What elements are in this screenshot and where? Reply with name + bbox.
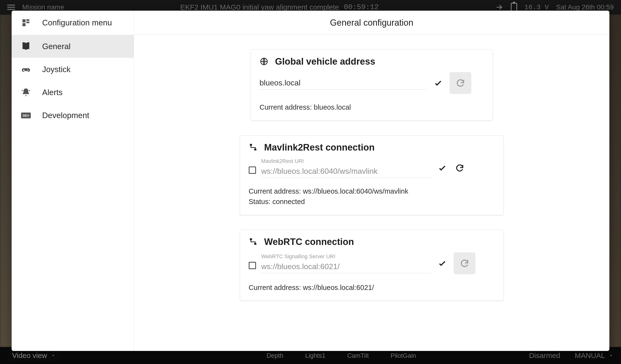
svg-point-5 bbox=[28, 70, 29, 71]
svg-text:DEV: DEV bbox=[23, 114, 29, 117]
webrtc-uri-input[interactable] bbox=[261, 260, 431, 273]
reset-button[interactable] bbox=[454, 162, 466, 174]
status-line: Current address: blueos.local bbox=[260, 102, 484, 113]
sidebar-header: Configuration menu bbox=[12, 11, 134, 35]
sidebar-item-label: Alerts bbox=[42, 88, 63, 97]
main-header: General configuration bbox=[134, 11, 609, 35]
card-global-vehicle-address: Global vehicle address Current address: … bbox=[251, 49, 493, 121]
sidebar-item-alerts[interactable]: Alerts bbox=[12, 81, 134, 104]
status-line: Status: connected bbox=[249, 197, 495, 207]
bell-icon bbox=[20, 87, 32, 98]
book-icon bbox=[20, 41, 32, 52]
input-label: WebRTC Signalling Server URI bbox=[261, 253, 431, 260]
reset-button[interactable] bbox=[454, 252, 475, 274]
card-title: Mavlink2Rest connection bbox=[264, 142, 375, 153]
svg-rect-0 bbox=[22, 19, 26, 22]
check-icon bbox=[438, 259, 447, 268]
apply-button[interactable] bbox=[436, 257, 448, 269]
input-label: Mavlink2Rest URI bbox=[261, 158, 431, 164]
sidebar-item-label: Development bbox=[42, 111, 89, 120]
svg-rect-1 bbox=[26, 19, 30, 21]
svg-rect-13 bbox=[250, 238, 252, 240]
sidebar-header-title: Configuration menu bbox=[42, 18, 112, 27]
page-title: General configuration bbox=[330, 18, 413, 28]
svg-point-4 bbox=[27, 69, 28, 70]
refresh-icon bbox=[460, 259, 469, 268]
status-line: Current address: ws://blueos.local:6040/… bbox=[249, 186, 495, 197]
card-mavlink2rest: Mavlink2Rest connection Mavlink2Rest URI bbox=[240, 135, 504, 215]
check-icon bbox=[433, 78, 443, 88]
svg-rect-11 bbox=[250, 144, 252, 146]
card-title: Global vehicle address bbox=[275, 56, 375, 67]
config-sidebar: Configuration menu General Joystick Aler… bbox=[12, 11, 134, 351]
refresh-icon bbox=[455, 163, 464, 173]
svg-rect-2 bbox=[26, 21, 30, 23]
mavlink-same-checkbox[interactable] bbox=[249, 166, 256, 174]
svg-rect-12 bbox=[254, 149, 256, 150]
gamepad-icon bbox=[20, 64, 32, 75]
sidebar-item-development[interactable]: DEV Development bbox=[12, 104, 134, 127]
sidebar-item-label: General bbox=[42, 42, 70, 51]
status-line: Current address: ws://blueos.local:6021/ bbox=[249, 282, 495, 293]
config-main: General configuration Global vehicle add… bbox=[134, 11, 609, 351]
globe-icon bbox=[260, 57, 269, 66]
network-icon bbox=[249, 143, 258, 152]
svg-rect-14 bbox=[254, 243, 256, 245]
mavlink-uri-input[interactable] bbox=[261, 165, 431, 178]
sidebar-item-label: Joystick bbox=[42, 65, 70, 74]
card-webrtc: WebRTC connection WebRTC Signalling Serv… bbox=[240, 230, 504, 301]
network-icon bbox=[249, 237, 258, 246]
apply-button[interactable] bbox=[436, 162, 448, 174]
sidebar-item-general[interactable]: General bbox=[12, 35, 134, 58]
global-address-input[interactable] bbox=[260, 77, 427, 90]
svg-rect-3 bbox=[22, 23, 26, 26]
refresh-icon bbox=[456, 78, 465, 88]
dashboard-icon bbox=[20, 17, 32, 28]
card-title: WebRTC connection bbox=[264, 237, 354, 247]
main-body: Global vehicle address Current address: … bbox=[134, 35, 609, 311]
webrtc-same-checkbox[interactable] bbox=[249, 262, 256, 269]
reset-button[interactable] bbox=[449, 72, 471, 94]
configuration-modal: Configuration menu General Joystick Aler… bbox=[12, 11, 609, 351]
check-icon bbox=[438, 163, 447, 173]
sidebar-item-joystick[interactable]: Joystick bbox=[12, 58, 134, 81]
apply-button[interactable] bbox=[432, 77, 444, 89]
svg-rect-7 bbox=[23, 70, 25, 71]
dev-icon: DEV bbox=[20, 110, 32, 121]
